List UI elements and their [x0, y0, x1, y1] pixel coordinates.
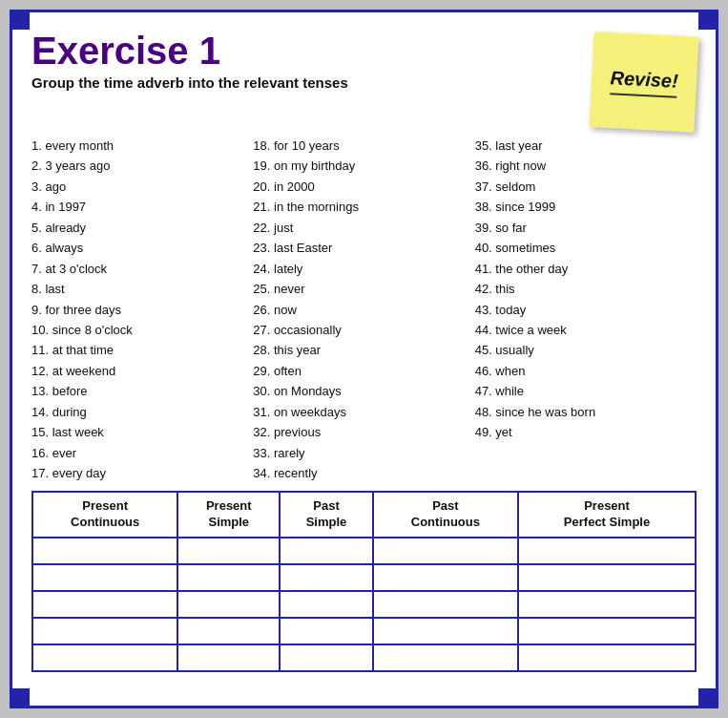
table-cell-3-4[interactable]	[518, 618, 696, 644]
list-item: 30. on Mondays	[253, 381, 469, 401]
list-item: 15. last week	[31, 422, 248, 442]
table-row	[32, 538, 696, 564]
list-item: 35. last year	[475, 136, 692, 156]
sticky-note-text: Revise!	[610, 67, 678, 93]
list-item: 43. today	[475, 300, 692, 320]
table-cell-4-1[interactable]	[177, 644, 280, 671]
sticky-note-underline	[610, 93, 676, 98]
list-item: 27. occasionally	[253, 320, 469, 340]
table-cell-4-0[interactable]	[32, 644, 177, 671]
list-item: 8. last	[31, 279, 248, 299]
list-item: 44. twice a week	[475, 320, 692, 340]
table-header-1: PresentSimple	[177, 492, 280, 538]
list-item: 18. for 10 years	[253, 136, 469, 156]
list-item: 20. in 2000	[253, 177, 469, 197]
table-cell-4-2[interactable]	[280, 644, 373, 671]
table-cell-3-3[interactable]	[373, 618, 518, 644]
table-cell-2-2[interactable]	[280, 591, 373, 618]
table-cell-2-4[interactable]	[518, 591, 696, 618]
page-title: Exercise 1	[31, 30, 348, 73]
list-item: 12. at weekend	[31, 361, 248, 381]
list-item: 25. never	[253, 279, 469, 299]
table-cell-3-1[interactable]	[177, 618, 280, 644]
list-item: 32. previous	[253, 422, 469, 442]
table-cell-0-0[interactable]	[32, 538, 177, 564]
list-item: 46. when	[475, 361, 692, 381]
list-item: 22. just	[253, 218, 469, 238]
table-cell-0-2[interactable]	[280, 538, 373, 564]
table-row	[32, 591, 696, 618]
header-left: Exercise 1 Group the time adverb into th…	[31, 30, 348, 102]
table-cell-0-1[interactable]	[177, 538, 280, 564]
exercise-page: Exercise 1 Group the time adverb into th…	[10, 10, 718, 708]
table-row	[32, 564, 696, 591]
content-area: 1. every month2. 3 years ago3. ago4. in …	[31, 136, 697, 483]
table-cell-3-0[interactable]	[32, 618, 177, 644]
list-item: 28. this year	[253, 340, 469, 360]
list-item: 49. yet	[475, 422, 692, 442]
list-item: 40. sometimes	[475, 238, 692, 258]
table-cell-3-2[interactable]	[280, 618, 373, 644]
list-item: 34. recently	[253, 463, 469, 483]
table-row	[32, 644, 696, 671]
table-cell-2-1[interactable]	[177, 591, 280, 618]
list-column-1: 1. every month2. 3 years ago3. ago4. in …	[31, 136, 253, 483]
table-cell-1-4[interactable]	[518, 564, 696, 591]
list-item: 1. every month	[31, 136, 248, 156]
corner-tr	[698, 12, 716, 30]
list-item: 29. often	[253, 361, 469, 381]
list-item: 14. during	[31, 402, 248, 422]
list-column-3: 35. last year36. right now37. seldom38. …	[475, 136, 697, 483]
table-header-4: PresentPerfect Simple	[518, 492, 696, 538]
list-item: 9. for three days	[31, 300, 248, 320]
list-item: 17. every day	[31, 463, 248, 483]
header-area: Exercise 1 Group the time adverb into th…	[31, 30, 697, 130]
list-item: 37. seldom	[475, 177, 692, 197]
list-item: 7. at 3 o'clock	[31, 259, 248, 279]
list-item: 41. the other day	[475, 259, 692, 279]
list-item: 47. while	[475, 381, 692, 401]
list-item: 2. 3 years ago	[31, 156, 248, 176]
list-column-2: 18. for 10 years19. on my birthday20. in…	[253, 136, 474, 483]
table-cell-1-2[interactable]	[280, 564, 373, 591]
list-item: 11. at that time	[31, 340, 248, 360]
list-item: 45. usually	[475, 340, 692, 360]
table-cell-0-3[interactable]	[373, 538, 518, 564]
corner-tl	[12, 12, 30, 30]
page-subtitle: Group the time adverb into the relevant …	[31, 73, 348, 93]
list-item: 48. since he was born	[475, 402, 692, 422]
list-item: 36. right now	[475, 156, 692, 176]
list-item: 38. since 1999	[475, 197, 692, 217]
list-item: 5. already	[31, 218, 248, 238]
list-item: 31. on weekdays	[253, 402, 469, 422]
list-item: 24. lately	[253, 259, 469, 279]
list-item: 23. last Easter	[253, 238, 469, 258]
table-row	[32, 618, 696, 644]
list-item: 6. always	[31, 238, 248, 258]
list-item: 10. since 8 o'clock	[31, 320, 248, 340]
list-item: 4. in 1997	[31, 197, 248, 217]
list-item: 13. before	[31, 381, 248, 401]
table-header-0: PresentContinuous	[32, 492, 177, 538]
sticky-note: Revise!	[589, 32, 698, 133]
list-item: 33. rarely	[253, 443, 469, 463]
table-cell-2-3[interactable]	[373, 591, 518, 618]
table-cell-4-4[interactable]	[518, 644, 696, 671]
table-cell-0-4[interactable]	[518, 538, 696, 564]
table-header-2: PastSimple	[280, 492, 373, 538]
table-cell-4-3[interactable]	[373, 644, 518, 671]
list-item: 39. so far	[475, 218, 692, 238]
list-item: 3. ago	[31, 177, 248, 197]
list-item: 26. now	[253, 300, 469, 320]
table-cell-2-0[interactable]	[32, 591, 177, 618]
list-item: 42. this	[475, 279, 692, 299]
list-item: 19. on my birthday	[253, 156, 469, 176]
list-item: 16. ever	[31, 443, 248, 463]
list-item: 21. in the mornings	[253, 197, 469, 217]
table-cell-1-1[interactable]	[177, 564, 280, 591]
table-header-3: PastContinuous	[373, 492, 518, 538]
table-cell-1-0[interactable]	[32, 564, 177, 591]
table-cell-1-3[interactable]	[373, 564, 518, 591]
tense-table: PresentContinuousPresentSimplePastSimple…	[31, 491, 697, 672]
corner-bl	[12, 688, 30, 706]
